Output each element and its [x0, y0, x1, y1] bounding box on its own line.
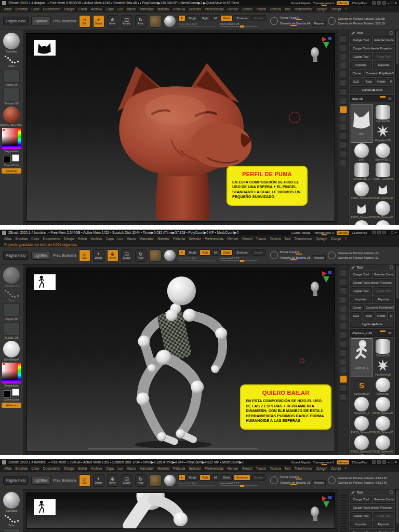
dibujar-button[interactable]: +Dibujar: [93, 474, 104, 487]
menu-item[interactable]: Marcador: [139, 7, 153, 11]
tool-thumbnail[interactable]: PM3D_Sphere3D: [373, 201, 393, 219]
menu-item[interactable]: Luz: [117, 7, 123, 11]
menu-item[interactable]: Archivo: [91, 237, 102, 241]
menu-item[interactable]: ?: [344, 7, 347, 11]
canvas[interactable]: QUIERO BAILAR EN ESTA COMPOSICIÓN SE HIZ…: [26, 268, 335, 452]
texture-selector[interactable]: Texture Off: [3, 322, 20, 339]
secondary-color-swatch[interactable]: [12, 389, 19, 396]
canvas-shelf-icon[interactable]: [340, 358, 347, 365]
tool-thumbnail[interactable]: PolyMesh3D: [373, 124, 393, 142]
zadd-button[interactable]: Zadd: [220, 15, 233, 21]
maximize-button[interactable]: □: [391, 231, 393, 234]
menu-item[interactable]: Marcador: [139, 467, 153, 470]
canvas-shelf-icon[interactable]: [340, 278, 347, 286]
rotar-button[interactable]: ↻Rotar: [135, 249, 147, 262]
menu-item[interactable]: Capa: [105, 467, 114, 470]
close-button[interactable]: ×: [395, 460, 397, 464]
canvas-shelf-icon[interactable]: [340, 515, 347, 516]
tool-thumbnail[interactable]: PM3D_Sphere3D: [351, 435, 372, 454]
menu-item[interactable]: Película: [173, 7, 185, 11]
lightbox-button[interactable]: LightBox: [31, 476, 50, 485]
maximize-button[interactable]: □: [391, 1, 393, 5]
focal-shift-slider[interactable]: Punta Focal 0: [280, 16, 326, 19]
mover-button[interactable]: ⊕Mover: [107, 15, 118, 28]
rgb-button[interactable]: Rgb: [200, 15, 210, 21]
menu-item[interactable]: Color: [31, 237, 39, 241]
alpha-selector[interactable]: Alpha Off: [3, 528, 20, 532]
zcorte-button[interactable]: Zcorte: [251, 249, 265, 256]
menu-item[interactable]: Selector: [189, 237, 201, 241]
r-button[interactable]: R: [388, 312, 394, 320]
scrollbar-thumb[interactable]: [396, 31, 398, 64]
panel-icon[interactable]: [382, 231, 386, 234]
menu-item[interactable]: Render: [228, 237, 238, 241]
edit-button[interactable]: ▱Edit: [79, 15, 90, 28]
menu-item[interactable]: Zplugin: [316, 7, 327, 11]
panel-icon[interactable]: [377, 1, 381, 5]
copiar-tool-button[interactable]: Copiar Tool: [350, 287, 372, 295]
canvas-shelf-icon[interactable]: [340, 508, 347, 509]
canvas-shelf-icon[interactable]: [340, 106, 347, 113]
menu-item[interactable]: Luz: [117, 237, 123, 241]
mrgb-button[interactable]: Mrgb: [187, 474, 199, 481]
canvas-shelf-icon[interactable]: [340, 305, 347, 312]
menu-item[interactable]: Preferencias: [205, 237, 224, 241]
zmenos-button[interactable]: Zmenos: [234, 249, 250, 256]
canvas[interactable]: PERFIL DE PUMA EN ESTA COMPOSICIÓN SE HI…: [26, 33, 335, 222]
rgb-button[interactable]: Rgb: [200, 249, 210, 256]
tool-thumbnail[interactable]: PM3D_Sphere3D: [373, 396, 393, 415]
minimize-button[interactable]: –: [388, 1, 390, 5]
secondary-color-swatch[interactable]: [12, 154, 19, 162]
canvas-shelf-icon[interactable]: [340, 314, 347, 321]
lightbox-tools-button[interactable]: Lightbox▶Tools: [350, 86, 394, 94]
color-picker[interactable]: Degradado: [2, 128, 21, 153]
canvas-shelf-icon[interactable]: [340, 340, 347, 348]
menu-item[interactable]: Editar: [78, 237, 87, 241]
convertir-polymesh-button[interactable]: Convertir PolyMesh3D: [365, 529, 394, 532]
a-button[interactable]: A: [178, 15, 185, 21]
menu-item[interactable]: Alfas: [4, 237, 11, 241]
canvas-shelf-icon[interactable]: [340, 124, 347, 131]
mover-button[interactable]: ⊕Mover: [107, 474, 118, 487]
menus-button[interactable]: Menús: [337, 231, 349, 235]
color-swatches[interactable]: CommColor: [4, 389, 19, 401]
panel-close-icon[interactable]: [390, 265, 393, 269]
mrgb-button[interactable]: Mrgb: [187, 15, 199, 21]
guardar-como-button[interactable]: Guardar Como: [373, 36, 395, 44]
menu-item[interactable]: Textura: [270, 7, 281, 11]
prev-booleana-button[interactable]: Prev. Booleana: [54, 254, 76, 257]
convertir-polymesh-button[interactable]: Convertir PolyMesh3D: [365, 70, 394, 77]
canvas-shelf-icon[interactable]: [340, 53, 347, 60]
menu-item[interactable]: Dibujar: [64, 237, 75, 241]
tool-thumbnail[interactable]: PolyMesh3D: [373, 358, 393, 377]
tool-thumbnail[interactable]: PM3D_Cylinder3: [373, 162, 393, 181]
maximize-button[interactable]: □: [391, 460, 393, 464]
canvas-shelf-icon[interactable]: [340, 287, 347, 295]
menu-item[interactable]: Trazos: [256, 7, 266, 11]
main-color-swatch[interactable]: [4, 156, 11, 163]
scrollbar-thumb[interactable]: [396, 490, 398, 524]
menu-item[interactable]: Stencil: [242, 237, 252, 241]
cargar-tool-button[interactable]: Cargar Tool: [350, 496, 372, 503]
panel-icon[interactable]: [372, 231, 376, 234]
panel-icon[interactable]: [377, 231, 381, 234]
close-button[interactable]: ×: [395, 1, 397, 5]
zscriptpad-button[interactable]: ZScriptPad: [352, 2, 367, 5]
rotar-button[interactable]: ↻Rotar: [135, 15, 147, 28]
guardar-como-button[interactable]: Guardar Como: [373, 496, 395, 503]
canvas-shelf-icon[interactable]: [340, 528, 347, 529]
canvas-scrollbar[interactable]: [88, 448, 258, 449]
canvas-shelf-icon[interactable]: [340, 115, 347, 122]
canvas-shelf-icon[interactable]: [340, 518, 347, 519]
canvas-shelf-icon[interactable]: [340, 71, 347, 78]
scrollbar-thumb[interactable]: [396, 265, 398, 299]
menu-item[interactable]: Material: [157, 237, 169, 241]
menu-item[interactable]: Tool: [284, 7, 290, 11]
escalar-button[interactable]: ◲Escalar: [121, 249, 132, 262]
focal-shift-slider[interactable]: Punta Focal 0: [280, 250, 326, 254]
prev-booleana-button[interactable]: Prev. Booleana: [54, 478, 76, 482]
menu-item[interactable]: Alfas: [4, 7, 11, 11]
menu-item[interactable]: Tool: [284, 237, 290, 241]
menu-item[interactable]: Macro: [126, 467, 136, 470]
rgb-button[interactable]: Rgb: [200, 474, 210, 481]
